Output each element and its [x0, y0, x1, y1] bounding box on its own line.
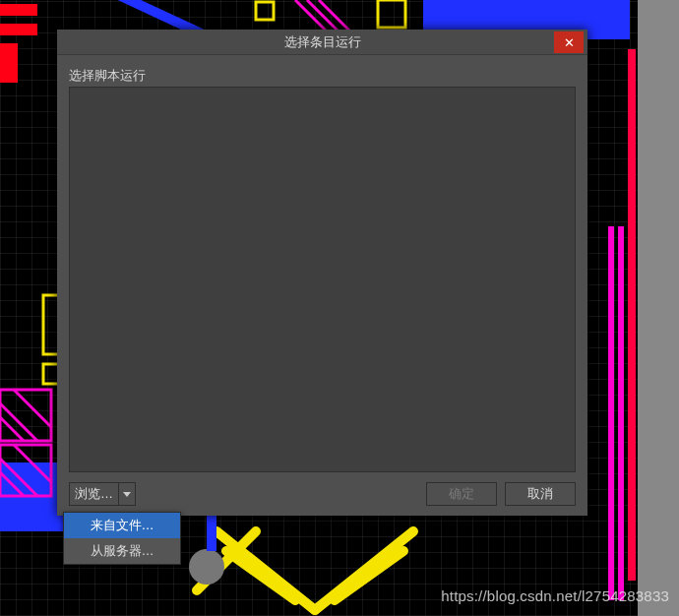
svg-line-27: [335, 551, 403, 600]
browse-button[interactable]: 浏览…: [69, 482, 118, 506]
svg-rect-0: [0, 4, 37, 16]
svg-rect-12: [618, 226, 624, 600]
svg-rect-10: [628, 49, 636, 581]
svg-line-24: [216, 531, 315, 610]
svg-rect-11: [608, 226, 614, 600]
dialog-button-row: 浏览… 确定 取消: [69, 472, 576, 506]
svg-line-18: [0, 417, 24, 441]
svg-rect-30: [207, 512, 216, 551]
browse-dropdown-toggle[interactable]: [118, 482, 136, 506]
svg-point-29: [189, 549, 224, 585]
browse-dropdown-menu: 来自文件… 从服务器…: [63, 512, 181, 565]
script-list-panel[interactable]: [69, 87, 576, 472]
browse-split-button: 浏览…: [69, 482, 136, 506]
dialog-body: 选择脚本运行 浏览… 确定 取消: [57, 55, 587, 516]
close-icon: ✕: [564, 35, 575, 50]
svg-rect-2: [0, 43, 18, 83]
dialog-title: 选择条目运行: [284, 33, 361, 51]
select-item-run-dialog: 选择条目运行 ✕ 选择脚本运行 浏览… 确定 取消: [57, 30, 587, 516]
menu-item-from-file[interactable]: 来自文件…: [64, 513, 180, 538]
svg-rect-16: [0, 390, 51, 441]
svg-rect-5: [378, 0, 405, 28]
chevron-down-icon: [123, 492, 131, 497]
svg-line-26: [226, 551, 295, 600]
svg-rect-4: [256, 2, 274, 20]
ok-button: 确定: [426, 482, 497, 506]
cancel-button[interactable]: 取消: [505, 482, 576, 506]
dialog-titlebar: 选择条目运行 ✕: [57, 30, 587, 55]
svg-rect-1: [0, 24, 37, 35]
script-list-label: 选择脚本运行: [69, 67, 576, 85]
svg-line-25: [315, 531, 413, 610]
menu-item-from-server[interactable]: 从服务器…: [64, 538, 180, 564]
svg-marker-31: [123, 492, 131, 497]
close-button[interactable]: ✕: [554, 31, 584, 53]
